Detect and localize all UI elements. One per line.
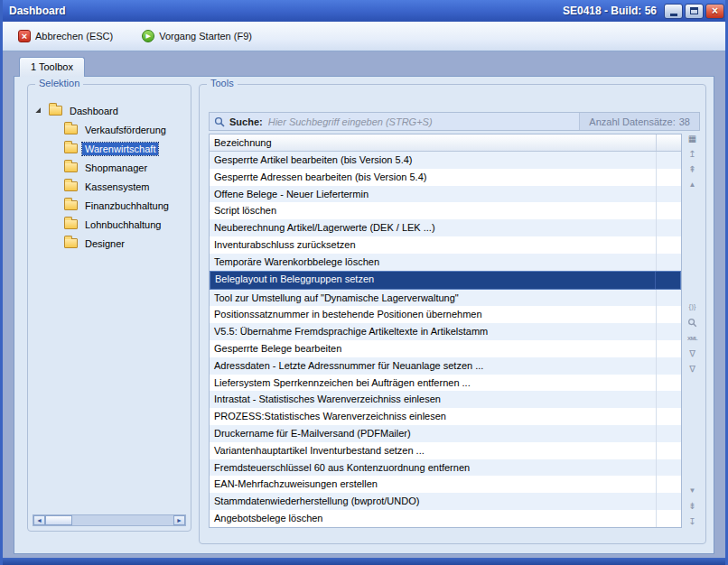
- start-process-button[interactable]: ▶ Vorgang Starten (F9): [135, 26, 258, 46]
- scroll-to-top-icon[interactable]: ↥: [688, 150, 695, 159]
- scroll-to-bottom-icon[interactable]: ↧: [688, 517, 695, 526]
- tree-item[interactable]: Kassensystem: [33, 177, 185, 196]
- column-header-bezeichnung[interactable]: Bezeichnung: [210, 137, 656, 148]
- expander-icon[interactable]: [35, 107, 45, 117]
- row-secondary-cell: [656, 169, 681, 186]
- tree-item[interactable]: Finanzbuchhaltung: [33, 196, 185, 215]
- table-row[interactable]: Inventurabschluss zurücksetzen: [210, 236, 681, 254]
- row-label: Temporäre Warenkorbbelege löschen: [210, 254, 656, 271]
- search-input[interactable]: [268, 116, 580, 127]
- row-secondary-cell: [656, 254, 681, 271]
- close-button[interactable]: ×: [705, 4, 724, 19]
- search-label: Suche:: [229, 116, 263, 127]
- folder-icon: [64, 144, 78, 153]
- build-info: SE0418 - Build: 56: [563, 5, 657, 17]
- tree-item-label: Finanzbuchhaltung: [82, 199, 172, 212]
- table-header-row[interactable]: Bezeichnung: [210, 134, 681, 152]
- tree-root-label: Dashboard: [67, 105, 121, 117]
- table-row[interactable]: Stammdatenwiederherstellung (bwprot/UNDO…: [210, 493, 681, 510]
- row-secondary-cell: [656, 459, 681, 477]
- row-secondary-cell: [656, 510, 681, 527]
- title-bar: Dashboard SE0418 - Build: 56 ×: [0, 0, 728, 22]
- start-process-icon: ▶: [142, 30, 154, 42]
- cancel-button[interactable]: × Abbrechen (ESC): [12, 26, 119, 46]
- row-label: Fremdsteuerschlüssel 60 aus Kontenzuordn…: [210, 459, 656, 477]
- row-secondary-cell: [656, 219, 681, 236]
- tools-table: Bezeichnung Gesperrte Artikel bearbeiten…: [209, 134, 682, 528]
- row-secondary-cell: [656, 323, 681, 340]
- row-secondary-cell: [656, 236, 681, 254]
- tree-item[interactable]: Lohnbuchhaltung: [33, 215, 185, 234]
- search-icon: [210, 116, 229, 127]
- scroll-right-button[interactable]: ►: [173, 515, 185, 525]
- row-label: Gesperrte Adressen bearbeiten (bis Versi…: [210, 169, 656, 186]
- scrollbar-thumb[interactable]: [45, 515, 72, 525]
- row-secondary-cell: [656, 425, 681, 442]
- grid-side-toolbar: ▦ ↥ ⇞ ▲ {)}: [682, 134, 700, 528]
- row-label: Adressdaten - Letzte Adressnummer für Ne…: [210, 357, 656, 375]
- xml-export-icon[interactable]: XML: [687, 334, 697, 343]
- selektion-legend: Selektion: [35, 78, 83, 88]
- table-row[interactable]: Gesperrte Belege bearbeiten: [210, 340, 681, 357]
- table-row[interactable]: Fremdsteuerschlüssel 60 aus Kontenzuordn…: [210, 459, 681, 477]
- table-row[interactable]: Variantenhauptartikel Inventurbestand se…: [210, 442, 681, 459]
- folder-icon: [64, 219, 78, 229]
- filter-icon[interactable]: ∇: [689, 365, 695, 374]
- table-row[interactable]: Angebotsbelege löschen: [210, 510, 681, 527]
- table-row[interactable]: Script löschen: [210, 202, 681, 219]
- window-controls: ×: [664, 4, 724, 19]
- app-window: Dashboard SE0418 - Build: 56 × × Abbrech…: [0, 0, 728, 565]
- braces-icon[interactable]: {)}: [688, 302, 695, 311]
- table-row[interactable]: V5.5: Übernahme Fremdsprachige Artikelte…: [210, 323, 681, 340]
- tree-horizontal-scrollbar[interactable]: ◄ ►: [33, 514, 186, 526]
- tree-item[interactable]: Warenwirtschaft: [33, 139, 185, 158]
- tree-item[interactable]: Designer: [33, 234, 185, 253]
- table-row[interactable]: Druckername für E-Mailversand (PDFMailer…: [210, 425, 681, 442]
- column-chooser-icon[interactable]: ▦: [688, 134, 696, 144]
- table-row[interactable]: Intrastat - Statistisches Warenverzeichn…: [210, 391, 681, 408]
- folder-icon: [64, 162, 78, 172]
- row-label: Angebotsbelege löschen: [210, 510, 656, 527]
- toolbar: × Abbrechen (ESC) ▶ Vorgang Starten (F9): [3, 22, 725, 51]
- cancel-button-label: Abbrechen (ESC): [35, 31, 113, 42]
- filter-clear-icon[interactable]: ∇: [689, 349, 695, 358]
- table-row[interactable]: Beleglayout in Beleggruppen setzen: [210, 271, 681, 290]
- page-down-icon[interactable]: ⇟: [688, 502, 695, 511]
- row-up-icon[interactable]: ▲: [689, 181, 696, 190]
- table-row[interactable]: Tool zur Umstellung auf "Dynamische Lage…: [210, 290, 681, 307]
- minimize-button[interactable]: [664, 4, 683, 19]
- table-row[interactable]: Positionssatznummer in bestehende Positi…: [210, 306, 681, 323]
- row-down-icon[interactable]: ▼: [689, 486, 696, 496]
- table-row[interactable]: PROZESS:Statistisches Warenverzeichniss …: [210, 408, 681, 425]
- page-up-icon[interactable]: ⇞: [688, 165, 695, 174]
- row-secondary-cell: [656, 476, 681, 493]
- tree-item[interactable]: Verkaufsförderung: [33, 120, 185, 139]
- tools-group: Tools Suche: Anzahl Datensätze:: [199, 84, 706, 544]
- row-label: Beleglayout in Beleggruppen setzen: [210, 272, 655, 289]
- maximize-button[interactable]: [685, 4, 704, 19]
- row-secondary-cell: [656, 493, 681, 510]
- tree-item[interactable]: Shopmanager: [33, 158, 185, 177]
- tab-toolbox[interactable]: 1 Toolbox: [19, 57, 85, 77]
- table-row[interactable]: Neuberechnung Artikel/Lagerwerte (DEK / …: [210, 219, 681, 236]
- row-secondary-cell: [656, 442, 681, 459]
- table-row[interactable]: Adressdaten - Letzte Adressnummer für Ne…: [210, 357, 681, 375]
- row-label: Script löschen: [210, 202, 656, 219]
- table-row[interactable]: Liefersystem Sperrkennzeichen bei Aufträ…: [210, 375, 681, 392]
- scrollbar-track[interactable]: [72, 515, 173, 525]
- grid-tools-group: {)} XML ∇ ∇: [687, 302, 697, 374]
- table-row[interactable]: Temporäre Warenkorbbelege löschen: [210, 254, 681, 271]
- row-label: Gesperrte Artikel bearbeiten (bis Versio…: [210, 152, 656, 169]
- start-button-label: Vorgang Starten (F9): [159, 31, 252, 42]
- row-secondary-cell: [656, 408, 681, 425]
- grid-area: Bezeichnung Gesperrte Artikel bearbeiten…: [209, 134, 700, 528]
- table-row[interactable]: Gesperrte Adressen bearbeiten (bis Versi…: [210, 169, 681, 186]
- magnifier-icon[interactable]: [687, 318, 697, 328]
- scroll-left-button[interactable]: ◄: [33, 515, 45, 525]
- table-row[interactable]: EAN-Mehrfachzuweisungen erstellen: [210, 476, 681, 493]
- tree-root-dashboard[interactable]: Dashboard: [33, 101, 185, 120]
- folder-icon: [49, 106, 62, 116]
- table-row[interactable]: Offene Belege - Neuer Liefertermin: [210, 186, 681, 203]
- search-bar[interactable]: Suche: Anzahl Datensätze: 38: [209, 112, 700, 131]
- table-row[interactable]: Gesperrte Artikel bearbeiten (bis Versio…: [210, 152, 681, 169]
